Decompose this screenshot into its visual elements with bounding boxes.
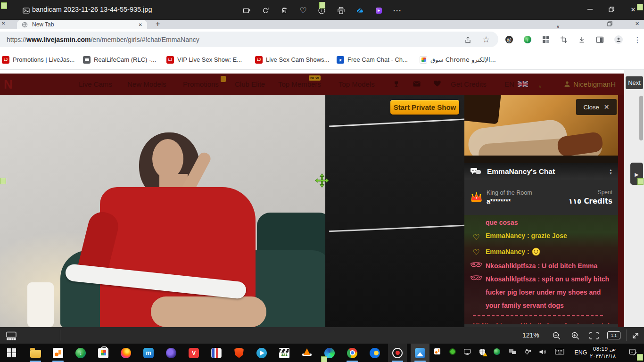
touch-keyboard-icon[interactable]: [555, 348, 564, 355]
edit-image-icon[interactable]: [241, 5, 252, 16]
close-button[interactable]: Close: [576, 99, 617, 115]
nav-top-models[interactable]: Top Models: [339, 80, 375, 88]
bookmark-item[interactable]: VIP Live Sex Show: E...: [166, 49, 242, 70]
prev-tab-close-icon[interactable]: [1, 21, 5, 26]
taskbar-microsoft-store[interactable]: [94, 344, 113, 362]
idm-tray-icon[interactable]: [494, 348, 500, 355]
taskbar-screen-capture[interactable]: [49, 344, 67, 362]
taskbar-coccoc[interactable]: [365, 344, 384, 362]
bookmark-item[interactable]: RealLifeCam (RLC) -...: [83, 49, 156, 70]
minimize-button[interactable]: [579, 0, 601, 19]
taskbar-vivaldi[interactable]: [184, 344, 203, 362]
defender-warning-icon[interactable]: [479, 348, 486, 356]
nav-club-elite[interactable]: Club Elite: [235, 80, 265, 88]
share-icon[interactable]: [462, 34, 472, 45]
taskbar-media-player[interactable]: [207, 344, 226, 362]
language-caret-icon[interactable]: [538, 82, 542, 90]
nav-top-members[interactable]: Top Members: [278, 80, 321, 88]
taskbar-clock[interactable]: 08:19 ص ٢٠٢٣/١٢/١٨: [586, 346, 616, 360]
bookmark-item[interactable]: Live Sex Cam Shows...: [255, 49, 329, 70]
selection-handle[interactable]: [1, 2, 7, 9]
selection-handle[interactable]: [637, 178, 644, 185]
taskbar-klite-codec[interactable]: [275, 344, 294, 362]
selection-handle[interactable]: [321, 356, 327, 362]
circular-extension-icon[interactable]: @: [504, 34, 514, 45]
bookmark-item[interactable]: سوق Chrome الإلكترو...: [420, 49, 496, 70]
language-selector[interactable]: EN: [504, 80, 514, 88]
get-credits-link[interactable]: Get Credits: [451, 80, 487, 88]
filmstrip-icon[interactable]: [6, 330, 17, 341]
address-bar[interactable]: https://www.livejasmin.com/en/member/gir…: [0, 32, 498, 47]
browser-tab[interactable]: New Tab: [17, 20, 147, 29]
bookmark-star-icon[interactable]: [481, 34, 491, 45]
zoom-out-icon[interactable]: [551, 330, 562, 341]
fullscreen-icon[interactable]: [630, 330, 641, 341]
taskbar-telegram[interactable]: [252, 344, 271, 362]
image-file-icon: [21, 5, 31, 16]
print-icon[interactable]: [336, 5, 346, 16]
action-center-icon[interactable]: [629, 348, 637, 356]
network-display-icon[interactable]: [463, 348, 471, 355]
taskbar-maxthon[interactable]: [139, 344, 158, 362]
messages-icon[interactable]: [413, 81, 421, 87]
taskbar-firefox[interactable]: [116, 344, 135, 362]
actual-size-icon[interactable]: 1:1: [607, 331, 620, 339]
selection-handle[interactable]: [637, 354, 643, 361]
download-icon[interactable]: [577, 34, 587, 45]
page-scrollbar[interactable]: [639, 96, 643, 140]
onedrive-icon[interactable]: [355, 5, 365, 16]
chat-sort-icon[interactable]: ▲▼: [609, 168, 612, 175]
zoom-level: 121%: [522, 331, 539, 339]
crop-extension-icon[interactable]: [559, 34, 569, 45]
menu-icon[interactable]: [632, 34, 643, 45]
nav-live-cams[interactable]: Live Cams: [79, 80, 112, 88]
taskbar-brave[interactable]: [230, 344, 248, 362]
bookmark-item[interactable]: Promotions | LiveJas...: [2, 49, 74, 70]
tab-close-icon[interactable]: [139, 22, 142, 27]
taskbar-idm[interactable]: [71, 344, 90, 362]
nav-promotions[interactable]: Promotions: [183, 80, 219, 88]
username-label[interactable]: NicebigmanH: [573, 80, 616, 88]
zoom-in-icon[interactable]: [570, 330, 581, 341]
extensions-grid-icon[interactable]: [541, 34, 551, 45]
dual-monitor-icon[interactable]: [509, 348, 517, 355]
new-tab-button[interactable]: [156, 20, 160, 28]
chat-title: EmmaNancy's Chat: [487, 167, 603, 176]
more-icon[interactable]: [392, 5, 403, 16]
browser-close-icon[interactable]: [635, 21, 639, 27]
idm-extension-icon[interactable]: ↓: [522, 34, 533, 45]
livejasmin-icon: [2, 56, 9, 64]
capture-tray-icon[interactable]: [434, 348, 440, 354]
selection-handle[interactable]: [0, 178, 6, 184]
favorites-heart-icon[interactable]: [434, 81, 441, 87]
volume-icon[interactable]: [539, 348, 546, 355]
browser-restore-icon[interactable]: [607, 21, 612, 26]
selection-handle[interactable]: [319, 2, 325, 8]
fit-to-window-icon[interactable]: [588, 330, 600, 341]
bookmark-item[interactable]: Free Cam Chat - Ch...: [337, 49, 408, 70]
taskbar-vlc[interactable]: [297, 344, 316, 362]
start-private-show-button[interactable]: Start Private Show: [390, 100, 459, 115]
sidebar-icon[interactable]: [594, 34, 605, 45]
profile-icon[interactable]: [613, 34, 624, 45]
taskbar-file-explorer[interactable]: [26, 344, 45, 362]
start-button[interactable]: [2, 344, 21, 362]
power-plug-icon[interactable]: [524, 348, 532, 355]
delete-icon[interactable]: [279, 5, 289, 16]
taskbar-nighthawk-browser[interactable]: [162, 344, 181, 362]
user-icon[interactable]: [564, 81, 570, 87]
nav-new-models[interactable]: New Models: [127, 80, 166, 88]
site-header: N Live Cams New Models Promotions Club E…: [0, 74, 624, 95]
message-text: U old bitch Emma: [542, 262, 597, 270]
trophy-icon[interactable]: [393, 81, 400, 88]
taskbar-chrome[interactable]: [343, 344, 362, 362]
taskbar-bandicam[interactable]: [388, 344, 407, 362]
rotate-icon[interactable]: [260, 5, 271, 16]
selection-handle[interactable]: [637, 4, 643, 10]
bandicam-tray-icon[interactable]: [449, 348, 456, 355]
taskbar-photos[interactable]: [411, 344, 429, 362]
next-button[interactable]: Next: [626, 76, 643, 89]
clipchamp-icon[interactable]: [373, 5, 384, 16]
restore-button[interactable]: [601, 0, 622, 19]
favorite-icon[interactable]: [298, 5, 308, 16]
